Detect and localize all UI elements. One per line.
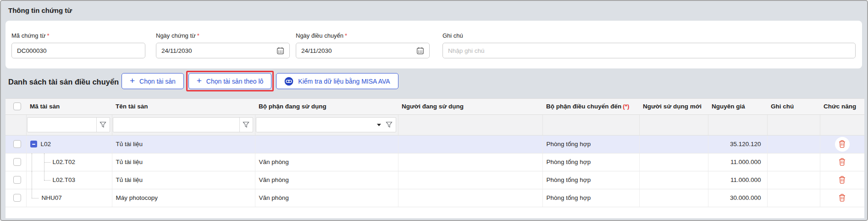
current-department-cell xyxy=(255,135,398,153)
original-cost-cell: 35.120.120 xyxy=(708,135,767,153)
target-department-cell: Phòng tổng hợp xyxy=(542,171,639,189)
target-department-cell: Phòng tổng hợp xyxy=(542,135,639,153)
tree-guide-line xyxy=(32,171,32,189)
original-cost-cell: 11.000.000 xyxy=(708,171,767,189)
tree-guide-line xyxy=(32,153,32,171)
current-user-cell xyxy=(398,135,542,153)
document-window: Thông tin chứng từ Mã chứng từ*Ngày chứn… xyxy=(0,0,868,221)
column-header-user_new: Người sử dụng mới xyxy=(639,99,708,114)
field-label: Ngày điều chuyển* xyxy=(296,32,430,39)
filter-cell-user_new xyxy=(639,114,708,135)
new-user-cell xyxy=(639,189,708,207)
field-label: Ghi chú xyxy=(442,32,856,39)
misa-ava-robot-icon xyxy=(284,77,293,86)
required-asterisk: * xyxy=(47,32,50,39)
delete-row-button[interactable] xyxy=(835,155,850,170)
filter-box-code xyxy=(27,117,110,132)
choose-asset-batch-button[interactable]: +Chọn tài sản theo lô xyxy=(188,73,272,89)
table-body: L02Tủ tài liệuPhòng tổng hợp35.120.120L0… xyxy=(6,135,864,207)
tree-guide-line xyxy=(32,189,32,198)
column-header-user_current: Người đang sử dụng xyxy=(398,99,542,114)
current-user-cell xyxy=(398,171,542,189)
plus-icon: + xyxy=(197,76,202,85)
asset-code-cell: L02.T03 xyxy=(26,171,112,189)
collapse-icon[interactable] xyxy=(30,141,37,147)
asset-name-cell: Tủ tài liệu xyxy=(112,135,255,153)
filter-cell-user_current xyxy=(398,114,542,135)
asset-code: L02.T03 xyxy=(53,176,76,183)
assets-table-container: Mã tài sảnTên tài sảnBộ phận đang sử dụn… xyxy=(6,98,864,218)
note-input[interactable] xyxy=(448,47,850,54)
filter-cell-name xyxy=(112,114,255,135)
chevron-down-icon[interactable] xyxy=(376,124,383,126)
filter-cell-actions xyxy=(820,114,864,135)
misa-ava-check-button[interactable]: Kiểm tra dữ liệu bằng MISA AVA xyxy=(276,73,398,89)
row-checkbox[interactable] xyxy=(13,194,21,202)
row-note-cell xyxy=(767,189,820,207)
asset-code-cell: L02.T02 xyxy=(26,153,112,171)
field-doc-code: Mã chứng từ* xyxy=(11,32,145,58)
transfer-date-input[interactable] xyxy=(301,47,413,54)
required-marker: (*) xyxy=(623,103,629,110)
original-cost-cell: 30.000.000 xyxy=(708,189,767,207)
row-checkbox-cell xyxy=(6,135,26,153)
doc-code-input[interactable] xyxy=(17,47,140,54)
asset-code: L02.T02 xyxy=(53,159,76,165)
column-header-cost: Nguyên giá xyxy=(708,99,767,114)
column-header-actions: Chức năng xyxy=(820,99,864,114)
tree-connector-line xyxy=(44,162,50,163)
row-checkbox-cell xyxy=(6,189,26,207)
column-header-name: Tên tài sản xyxy=(112,99,255,114)
row-note-cell xyxy=(767,135,820,153)
assets-table: Mã tài sảnTên tài sảnBộ phận đang sử dụn… xyxy=(6,99,864,207)
asset-code-cell: NHU07 xyxy=(26,189,112,207)
column-header-code: Mã tài sản xyxy=(26,99,112,114)
row-checkbox[interactable] xyxy=(13,158,21,166)
current-department-cell: Văn phòng xyxy=(255,153,398,171)
current-user-cell xyxy=(398,153,542,171)
doc-date-input[interactable] xyxy=(161,47,273,54)
filter-row xyxy=(6,114,864,135)
filter-checkbox-cell xyxy=(6,114,26,135)
calendar-icon[interactable] xyxy=(276,47,284,55)
column-header-dept_new: Bộ phận điều chuyển đến(*) xyxy=(542,99,639,114)
table-row: NHU07Máy photocopyVăn phòngPhòng tổng hợ… xyxy=(6,189,864,207)
field-label: Mã chứng từ* xyxy=(11,32,145,39)
funnel-filter-icon[interactable] xyxy=(97,121,110,128)
table-row: L02.T02Tủ tài liệuVăn phòngPhòng tổng hợ… xyxy=(6,153,864,171)
original-cost-cell: 11.000.000 xyxy=(708,153,767,171)
actions-cell xyxy=(820,153,864,171)
annotation-highlight-box: +Chọn tài sản theo lô xyxy=(186,71,274,91)
required-asterisk: * xyxy=(197,32,199,39)
funnel-filter-icon[interactable] xyxy=(383,121,396,128)
delete-row-button[interactable] xyxy=(835,173,850,187)
new-user-cell xyxy=(639,171,708,189)
field-transfer-date: Ngày điều chuyển* xyxy=(296,32,430,58)
filter-box-dept_current xyxy=(256,117,396,132)
required-asterisk: * xyxy=(345,32,347,39)
calendar-icon[interactable] xyxy=(416,47,424,55)
filter-cell-cost xyxy=(708,114,767,135)
select-all-checkbox[interactable] xyxy=(13,102,21,110)
current-department-cell: Văn phòng xyxy=(255,171,398,189)
document-info-card: Mã chứng từ*Ngày chứng từ*Ngày điều chuy… xyxy=(6,21,862,68)
funnel-filter-icon[interactable] xyxy=(240,121,253,128)
delete-row-button[interactable] xyxy=(835,137,850,152)
choose-asset-button[interactable]: +Chọn tài sản xyxy=(122,73,184,89)
current-department-cell: Văn phòng xyxy=(255,189,398,207)
row-checkbox[interactable] xyxy=(13,140,21,148)
tree-guide-line xyxy=(44,171,44,180)
row-checkbox-cell xyxy=(6,171,26,189)
row-note-cell xyxy=(767,153,820,171)
filter-input-name[interactable] xyxy=(113,118,239,132)
filter-input-code[interactable] xyxy=(28,118,96,132)
asset-name-cell: Tủ tài liệu xyxy=(112,153,255,171)
tree-connector-line xyxy=(32,198,39,198)
tree-connector-line xyxy=(44,180,50,181)
row-checkbox[interactable] xyxy=(13,176,21,184)
asset-code-cell: L02 xyxy=(26,135,112,153)
delete-row-button[interactable] xyxy=(835,191,850,205)
button-label: Kiểm tra dữ liệu bằng MISA AVA xyxy=(298,78,390,85)
actions-cell xyxy=(820,171,864,189)
filter-input-dept_current[interactable] xyxy=(256,118,376,132)
